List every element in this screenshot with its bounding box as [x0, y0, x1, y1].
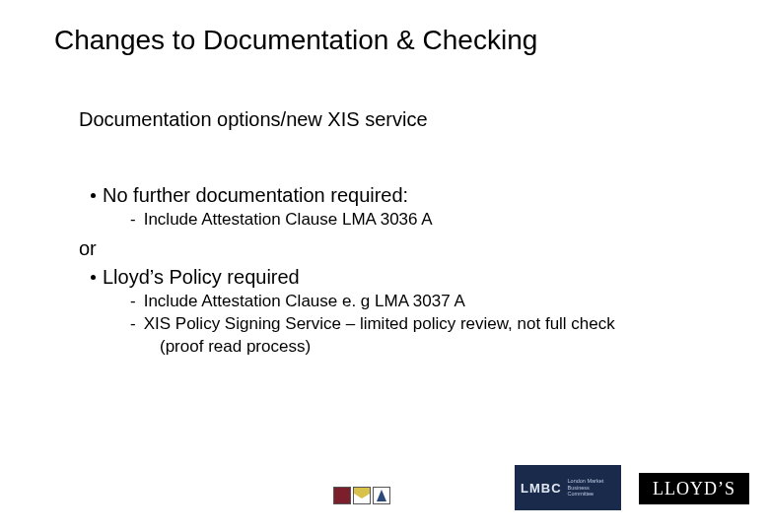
bullet-dot-icon [91, 193, 96, 198]
slide-body: No further documentation required: - Inc… [79, 182, 730, 359]
lmbc-logo-tagline: London Market Business Committee [568, 478, 615, 499]
logo-square-triangle-icon [373, 487, 390, 504]
lmbc-logo-label: LMBC [521, 482, 562, 495]
bullet-1-text: No further documentation required: [103, 182, 408, 209]
geometric-logo [333, 487, 390, 504]
logo-square-gold-icon [353, 487, 371, 504]
dash-icon: - [130, 209, 136, 232]
bullet-1-sub-1-text: Include Attestation Clause LMA 3036 A [144, 209, 433, 232]
bullet-2-sub-2: - XIS Policy Signing Service – limited p… [130, 313, 730, 336]
lmbc-logo: LMBC London Market Business Committee [515, 465, 621, 510]
bullet-2-sub-2-text: XIS Policy Signing Service – limited pol… [144, 313, 615, 336]
dash-icon: - [130, 291, 136, 313]
logo-square-maroon-icon [333, 487, 351, 504]
bullet-2-sub-1-text: Include Attestation Clause e. g LMA 3037… [144, 291, 465, 313]
lloyds-logo-text: LLOYD’S [653, 479, 735, 499]
bullet-1-sub-1: - Include Attestation Clause LMA 3036 A [130, 209, 730, 232]
logo-bar: LMBC London Market Business Committee LL… [0, 459, 769, 510]
dash-icon: - [130, 313, 136, 336]
slide-subtitle: Documentation options/new XIS service [79, 108, 428, 131]
bullet-2-text: Lloyd’s Policy required [103, 264, 300, 291]
bullet-2-sub-2-cont: (proof read process) [160, 336, 730, 359]
bullet-1: No further documentation required: [91, 182, 730, 209]
bullet-2: Lloyd’s Policy required [91, 264, 730, 291]
bullet-dot-icon [91, 275, 96, 280]
slide-title: Changes to Documentation & Checking [54, 25, 537, 56]
slide: Changes to Documentation & Checking Docu… [0, 0, 769, 532]
lloyds-logo: LLOYD’S [639, 473, 749, 504]
connector-or: or [79, 235, 730, 262]
bullet-2-sub-1: - Include Attestation Clause e. g LMA 30… [130, 291, 730, 313]
